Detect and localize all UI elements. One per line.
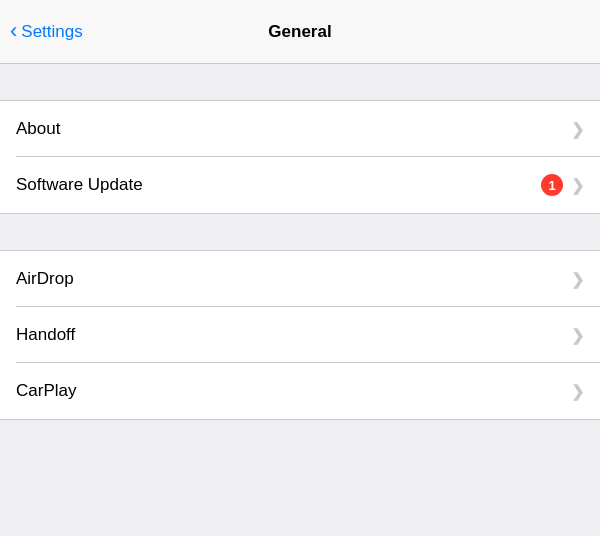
row-right-software-update: 1 ❯ [541,174,584,196]
row-label-carplay: CarPlay [16,381,571,401]
section-gap-2 [0,214,600,250]
chevron-right-icon-software-update: ❯ [571,176,584,195]
back-label: Settings [21,22,82,42]
row-right-handoff: ❯ [571,326,584,345]
back-button[interactable]: ‹ Settings [10,21,83,42]
settings-row-carplay[interactable]: CarPlay ❯ [0,363,600,419]
chevron-right-icon-handoff: ❯ [571,326,584,345]
chevron-right-icon-carplay: ❯ [571,382,584,401]
chevron-right-icon-about: ❯ [571,120,584,139]
back-chevron-icon: ‹ [10,20,17,42]
settings-group-1: About ❯ Software Update 1 ❯ [0,100,600,214]
settings-row-software-update[interactable]: Software Update 1 ❯ [0,157,600,213]
chevron-right-icon-airdrop: ❯ [571,270,584,289]
settings-row-about[interactable]: About ❯ [0,101,600,157]
row-label-handoff: Handoff [16,325,571,345]
section-gap-1 [0,64,600,100]
row-label-about: About [16,119,571,139]
row-right-about: ❯ [571,120,584,139]
row-right-carplay: ❯ [571,382,584,401]
settings-group-2: AirDrop ❯ Handoff ❯ CarPlay ❯ [0,250,600,420]
row-right-airdrop: ❯ [571,270,584,289]
row-label-software-update: Software Update [16,175,541,195]
settings-row-airdrop[interactable]: AirDrop ❯ [0,251,600,307]
row-label-airdrop: AirDrop [16,269,571,289]
software-update-badge: 1 [541,174,563,196]
navigation-bar: ‹ Settings General [0,0,600,64]
page-title: General [268,22,331,42]
settings-row-handoff[interactable]: Handoff ❯ [0,307,600,363]
